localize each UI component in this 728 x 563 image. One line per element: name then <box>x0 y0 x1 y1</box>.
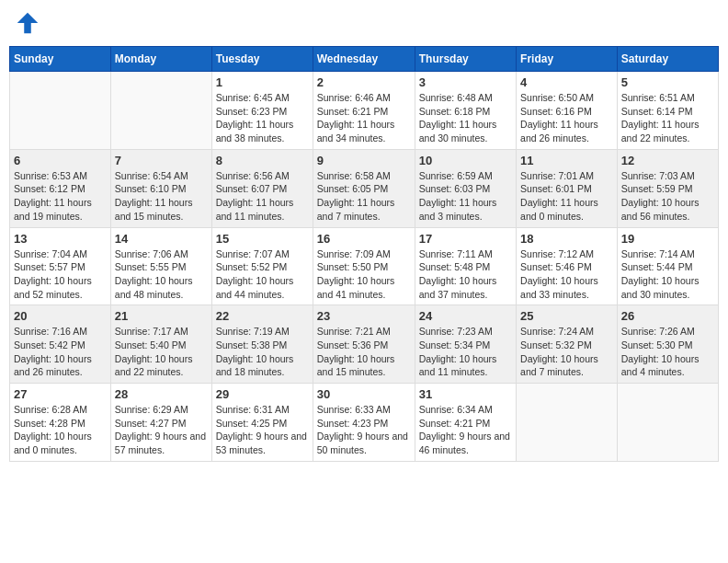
calendar-cell: 19Sunrise: 7:14 AM Sunset: 5:44 PM Dayli… <box>617 227 718 305</box>
day-info: Sunrise: 6:33 AM Sunset: 4:23 PM Dayligh… <box>317 403 411 457</box>
weekday-header-row: SundayMondayTuesdayWednesdayThursdayFrid… <box>10 47 719 72</box>
calendar-cell: 30Sunrise: 6:33 AM Sunset: 4:23 PM Dayli… <box>313 384 415 462</box>
day-number: 4 <box>520 75 613 89</box>
day-info: Sunrise: 7:17 AM Sunset: 5:40 PM Dayligh… <box>115 325 208 379</box>
day-info: Sunrise: 6:51 AM Sunset: 6:14 PM Dayligh… <box>621 91 714 145</box>
day-number: 20 <box>14 309 107 323</box>
day-number: 22 <box>216 309 309 323</box>
calendar-cell: 13Sunrise: 7:04 AM Sunset: 5:57 PM Dayli… <box>10 227 111 305</box>
day-number: 16 <box>317 232 411 246</box>
calendar-cell: 10Sunrise: 6:59 AM Sunset: 6:03 PM Dayli… <box>415 149 516 227</box>
calendar-cell: 6Sunrise: 6:53 AM Sunset: 6:12 PM Daylig… <box>10 149 111 227</box>
day-info: Sunrise: 7:07 AM Sunset: 5:52 PM Dayligh… <box>216 247 309 302</box>
day-number: 8 <box>216 154 309 167</box>
day-info: Sunrise: 7:12 AM Sunset: 5:46 PM Dayligh… <box>520 247 613 302</box>
calendar-cell <box>517 384 618 462</box>
calendar-cell: 18Sunrise: 7:12 AM Sunset: 5:46 PM Dayli… <box>517 227 618 305</box>
calendar-cell <box>10 72 111 150</box>
day-info: Sunrise: 7:21 AM Sunset: 5:36 PM Dayligh… <box>317 325 411 379</box>
day-number: 19 <box>621 232 714 246</box>
calendar-cell: 5Sunrise: 6:51 AM Sunset: 6:14 PM Daylig… <box>617 72 718 150</box>
logo <box>14 9 46 37</box>
day-number: 24 <box>419 309 512 323</box>
day-number: 26 <box>621 309 714 323</box>
day-number: 2 <box>317 75 411 89</box>
calendar-cell: 14Sunrise: 7:06 AM Sunset: 5:55 PM Dayli… <box>110 227 211 305</box>
logo-icon <box>14 9 41 37</box>
calendar-cell: 23Sunrise: 7:21 AM Sunset: 5:36 PM Dayli… <box>313 305 415 384</box>
calendar-cell: 12Sunrise: 7:03 AM Sunset: 5:59 PM Dayli… <box>617 149 718 227</box>
calendar-cell: 3Sunrise: 6:48 AM Sunset: 6:18 PM Daylig… <box>415 72 516 150</box>
day-info: Sunrise: 6:56 AM Sunset: 6:07 PM Dayligh… <box>216 169 309 224</box>
day-info: Sunrise: 6:46 AM Sunset: 6:21 PM Dayligh… <box>317 91 411 145</box>
calendar-cell: 29Sunrise: 6:31 AM Sunset: 4:25 PM Dayli… <box>211 384 313 462</box>
calendar-cell: 20Sunrise: 7:16 AM Sunset: 5:42 PM Dayli… <box>10 305 111 384</box>
day-number: 15 <box>216 232 309 246</box>
day-info: Sunrise: 6:45 AM Sunset: 6:23 PM Dayligh… <box>216 91 309 145</box>
calendar-cell: 11Sunrise: 7:01 AM Sunset: 6:01 PM Dayli… <box>517 149 618 227</box>
day-info: Sunrise: 6:29 AM Sunset: 4:27 PM Dayligh… <box>115 403 208 457</box>
calendar-cell: 2Sunrise: 6:46 AM Sunset: 6:21 PM Daylig… <box>313 72 415 150</box>
day-number: 10 <box>419 154 512 167</box>
day-number: 6 <box>14 154 107 167</box>
day-number: 23 <box>317 309 411 323</box>
weekday-header-monday: Monday <box>110 47 211 72</box>
day-info: Sunrise: 7:19 AM Sunset: 5:38 PM Dayligh… <box>216 325 309 379</box>
calendar-cell: 7Sunrise: 6:54 AM Sunset: 6:10 PM Daylig… <box>110 149 211 227</box>
calendar-cell: 9Sunrise: 6:58 AM Sunset: 6:05 PM Daylig… <box>313 149 415 227</box>
calendar-cell: 1Sunrise: 6:45 AM Sunset: 6:23 PM Daylig… <box>211 72 313 150</box>
calendar-cell: 8Sunrise: 6:56 AM Sunset: 6:07 PM Daylig… <box>211 149 313 227</box>
calendar-cell: 28Sunrise: 6:29 AM Sunset: 4:27 PM Dayli… <box>110 384 211 462</box>
day-number: 1 <box>216 75 309 89</box>
day-info: Sunrise: 7:04 AM Sunset: 5:57 PM Dayligh… <box>14 247 107 302</box>
day-number: 25 <box>520 309 613 323</box>
day-info: Sunrise: 7:16 AM Sunset: 5:42 PM Dayligh… <box>14 325 107 379</box>
day-number: 31 <box>419 387 512 401</box>
calendar-cell: 15Sunrise: 7:07 AM Sunset: 5:52 PM Dayli… <box>211 227 313 305</box>
day-number: 7 <box>115 154 208 167</box>
week-row-4: 20Sunrise: 7:16 AM Sunset: 5:42 PM Dayli… <box>10 305 719 384</box>
weekday-header-tuesday: Tuesday <box>211 47 313 72</box>
calendar-cell: 4Sunrise: 6:50 AM Sunset: 6:16 PM Daylig… <box>517 72 618 150</box>
day-info: Sunrise: 6:50 AM Sunset: 6:16 PM Dayligh… <box>520 91 613 145</box>
day-info: Sunrise: 6:34 AM Sunset: 4:21 PM Dayligh… <box>419 403 512 457</box>
week-row-3: 13Sunrise: 7:04 AM Sunset: 5:57 PM Dayli… <box>10 227 719 305</box>
calendar-table: SundayMondayTuesdayWednesdayThursdayFrid… <box>9 46 719 462</box>
day-number: 27 <box>14 387 107 401</box>
week-row-5: 27Sunrise: 6:28 AM Sunset: 4:28 PM Dayli… <box>10 384 719 462</box>
day-number: 3 <box>419 75 512 89</box>
day-number: 9 <box>317 154 411 167</box>
calendar-cell: 24Sunrise: 7:23 AM Sunset: 5:34 PM Dayli… <box>415 305 516 384</box>
calendar-cell: 31Sunrise: 6:34 AM Sunset: 4:21 PM Dayli… <box>415 384 516 462</box>
day-number: 14 <box>115 232 208 246</box>
day-info: Sunrise: 7:06 AM Sunset: 5:55 PM Dayligh… <box>115 247 208 302</box>
day-number: 13 <box>14 232 107 246</box>
day-info: Sunrise: 6:31 AM Sunset: 4:25 PM Dayligh… <box>216 403 309 457</box>
calendar-cell: 26Sunrise: 7:26 AM Sunset: 5:30 PM Dayli… <box>617 305 718 384</box>
weekday-header-sunday: Sunday <box>10 47 111 72</box>
day-info: Sunrise: 7:11 AM Sunset: 5:48 PM Dayligh… <box>419 247 512 302</box>
weekday-header-wednesday: Wednesday <box>313 47 415 72</box>
week-row-1: 1Sunrise: 6:45 AM Sunset: 6:23 PM Daylig… <box>10 72 719 150</box>
calendar-cell <box>110 72 211 150</box>
calendar-cell: 21Sunrise: 7:17 AM Sunset: 5:40 PM Dayli… <box>110 305 211 384</box>
calendar-cell: 27Sunrise: 6:28 AM Sunset: 4:28 PM Dayli… <box>10 384 111 462</box>
day-info: Sunrise: 6:53 AM Sunset: 6:12 PM Dayligh… <box>14 169 107 224</box>
week-row-2: 6Sunrise: 6:53 AM Sunset: 6:12 PM Daylig… <box>10 149 719 227</box>
svg-marker-0 <box>17 13 39 34</box>
day-info: Sunrise: 7:01 AM Sunset: 6:01 PM Dayligh… <box>520 169 613 224</box>
calendar-cell: 17Sunrise: 7:11 AM Sunset: 5:48 PM Dayli… <box>415 227 516 305</box>
calendar-cell <box>617 384 718 462</box>
day-info: Sunrise: 6:54 AM Sunset: 6:10 PM Dayligh… <box>115 169 208 224</box>
day-number: 18 <box>520 232 613 246</box>
day-info: Sunrise: 6:59 AM Sunset: 6:03 PM Dayligh… <box>419 169 512 224</box>
day-info: Sunrise: 7:09 AM Sunset: 5:50 PM Dayligh… <box>317 247 411 302</box>
day-number: 17 <box>419 232 512 246</box>
day-info: Sunrise: 7:26 AM Sunset: 5:30 PM Dayligh… <box>621 325 714 379</box>
day-number: 29 <box>216 387 309 401</box>
day-number: 11 <box>520 154 613 167</box>
day-info: Sunrise: 6:48 AM Sunset: 6:18 PM Dayligh… <box>419 91 512 145</box>
day-number: 12 <box>621 154 714 167</box>
day-info: Sunrise: 7:14 AM Sunset: 5:44 PM Dayligh… <box>621 247 714 302</box>
calendar-cell: 25Sunrise: 7:24 AM Sunset: 5:32 PM Dayli… <box>517 305 618 384</box>
